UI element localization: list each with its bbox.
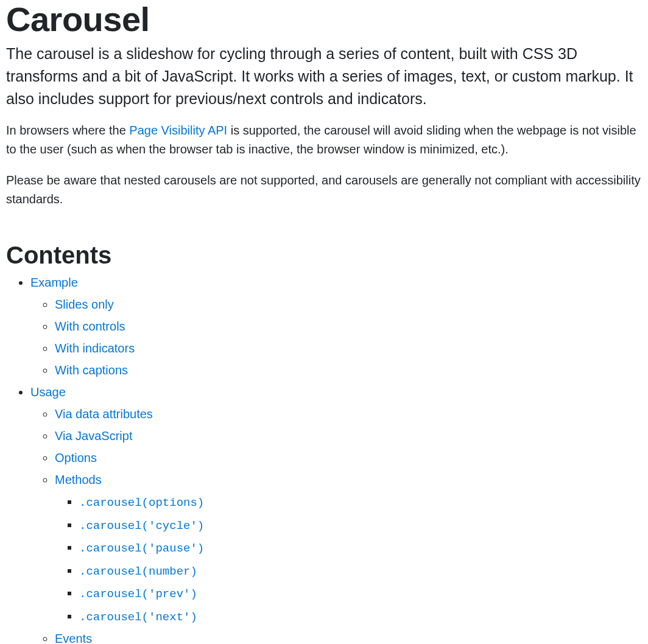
- toc-link-with-controls[interactable]: With controls: [55, 320, 125, 333]
- toc-item: With captions: [55, 361, 642, 379]
- code-method: .carousel(options): [79, 496, 204, 509]
- toc-link-via-javascript[interactable]: Via JavaScript: [55, 429, 132, 443]
- toc-link-methods[interactable]: Methods: [55, 473, 102, 486]
- toc-link-method-next[interactable]: .carousel('next'): [79, 609, 197, 623]
- toc-item: .carousel('next'): [79, 607, 642, 626]
- code-method: .carousel('pause'): [79, 542, 204, 555]
- toc-link-slides-only[interactable]: Slides only: [55, 298, 114, 311]
- toc-item: With controls: [55, 317, 642, 335]
- toc-link-example[interactable]: Example: [30, 276, 78, 289]
- toc-link-method-cycle[interactable]: .carousel('cycle'): [79, 518, 204, 531]
- lead-paragraph: The carousel is a slideshow for cycling …: [6, 43, 642, 110]
- toc-item: .carousel(options): [79, 492, 642, 512]
- paragraph-warning: Please be aware that nested carousels ar…: [6, 171, 642, 209]
- toc-item: .carousel(number): [79, 561, 642, 581]
- toc-item: Via JavaScript: [55, 427, 642, 445]
- toc-item: Events: [55, 629, 642, 644]
- toc-item: Methods .carousel(options) .carousel('cy…: [55, 471, 642, 626]
- toc-link-usage[interactable]: Usage: [30, 385, 66, 399]
- toc-link-events[interactable]: Events: [55, 632, 92, 644]
- toc-item: Options: [55, 449, 642, 467]
- toc-link-via-data-attributes[interactable]: Via data attributes: [55, 407, 153, 421]
- code-method: .carousel('next'): [79, 611, 197, 624]
- page-title: Carousel: [6, 0, 642, 39]
- toc-item: Slides only: [55, 295, 642, 313]
- toc-link-method-options[interactable]: .carousel(options): [79, 495, 204, 508]
- toc-item: .carousel('prev'): [79, 584, 642, 603]
- toc-link-method-number[interactable]: .carousel(number): [79, 564, 197, 577]
- page-visibility-api-link[interactable]: Page Visibility API: [129, 124, 227, 137]
- toc-item: With indicators: [55, 339, 642, 357]
- contents-heading: Contents: [6, 240, 642, 270]
- toc-item: .carousel('pause'): [79, 538, 642, 558]
- toc-item-usage: Usage Via data attributes Via JavaScript…: [30, 383, 642, 644]
- text-fragment: In browsers where the: [6, 124, 129, 137]
- table-of-contents: Example Slides only With controls With i…: [6, 273, 642, 644]
- toc-link-method-pause[interactable]: .carousel('pause'): [79, 541, 204, 554]
- code-method: .carousel('cycle'): [79, 519, 204, 533]
- toc-link-method-prev[interactable]: .carousel('prev'): [79, 586, 197, 600]
- toc-link-options[interactable]: Options: [55, 451, 97, 464]
- code-method: .carousel(number): [79, 565, 197, 578]
- code-method: .carousel('prev'): [79, 587, 197, 601]
- toc-item: .carousel('cycle'): [79, 516, 642, 535]
- toc-item-example: Example Slides only With controls With i…: [30, 273, 642, 379]
- toc-link-with-indicators[interactable]: With indicators: [55, 341, 135, 355]
- toc-item: Via data attributes: [55, 405, 642, 423]
- toc-link-with-captions[interactable]: With captions: [55, 363, 128, 377]
- paragraph-visibility: In browsers where the Page Visibility AP…: [6, 121, 642, 159]
